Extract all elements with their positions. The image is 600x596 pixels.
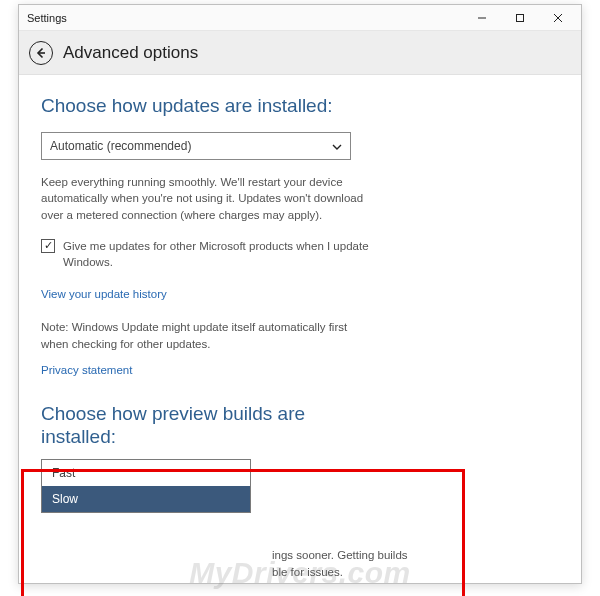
preview-heading: Choose how preview builds are installed: <box>41 403 351 449</box>
preview-option-fast[interactable]: Fast <box>42 460 250 486</box>
content-area: Choose how updates are installed: Automa… <box>19 75 581 513</box>
maximize-button[interactable] <box>501 6 539 30</box>
back-button[interactable] <box>29 41 53 65</box>
window-controls <box>463 6 577 30</box>
update-mode-value: Automatic (recommended) <box>50 139 191 153</box>
chevron-down-icon <box>332 140 342 152</box>
page-title: Advanced options <box>63 43 198 63</box>
preview-option-slow[interactable]: Slow <box>42 486 250 512</box>
close-button[interactable] <box>539 6 577 30</box>
preview-description-fragment: ings sooner. Getting builds ble for issu… <box>272 547 422 580</box>
settings-window: Settings Advanced options Choose how upd… <box>18 4 582 584</box>
other-products-checkbox-row[interactable]: ✓ Give me updates for other Microsoft pr… <box>41 238 381 270</box>
window-title: Settings <box>27 12 463 24</box>
preview-ring-dropdown[interactable]: Fast Slow <box>41 459 251 513</box>
updates-heading: Choose how updates are installed: <box>41 95 559 118</box>
update-note: Note: Windows Update might update itself… <box>41 319 371 352</box>
svg-rect-1 <box>517 14 524 21</box>
updates-description: Keep everything running smoothly. We'll … <box>41 174 371 224</box>
update-history-link[interactable]: View your update history <box>41 288 167 300</box>
other-products-checkbox-label: Give me updates for other Microsoft prod… <box>63 238 381 270</box>
update-mode-dropdown[interactable]: Automatic (recommended) <box>41 132 351 160</box>
minimize-button[interactable] <box>463 6 501 30</box>
preview-section: Choose how preview builds are installed:… <box>41 403 351 513</box>
privacy-link[interactable]: Privacy statement <box>41 364 132 376</box>
titlebar: Settings <box>19 5 581 31</box>
checkbox-checked-icon: ✓ <box>41 239 55 253</box>
page-header: Advanced options <box>19 31 581 75</box>
